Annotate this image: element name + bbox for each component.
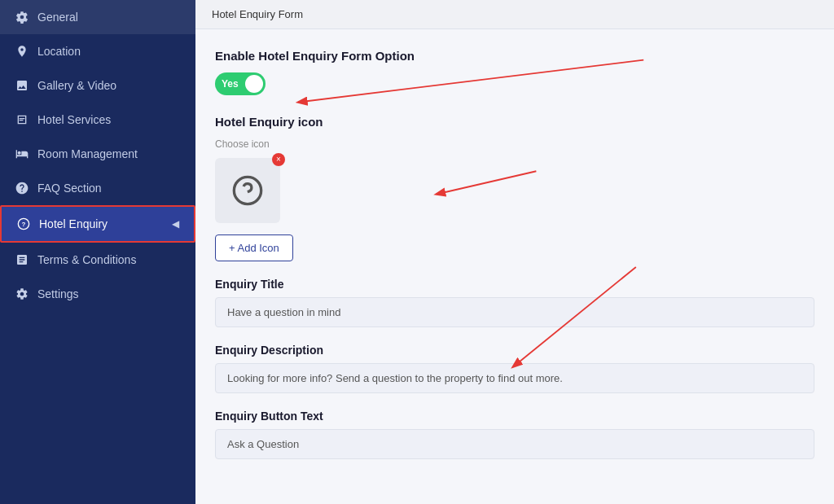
hotel-services-icon bbox=[15, 112, 29, 127]
active-indicator: ◀ bbox=[172, 218, 179, 230]
sidebar-item-label: Location bbox=[37, 45, 81, 58]
enquiry-icon: ? bbox=[16, 217, 31, 231]
enquiry-button-section: Enquiry Button Text bbox=[215, 410, 814, 459]
icon-preview bbox=[215, 158, 280, 223]
enquiry-description-label: Enquiry Description bbox=[215, 344, 814, 357]
toggle-knob bbox=[245, 75, 263, 93]
gallery-icon bbox=[15, 78, 29, 93]
form-body: Enable Hotel Enquiry Form Option Yes Hot… bbox=[195, 29, 834, 504]
page-header: Hotel Enquiry Form bbox=[195, 0, 834, 29]
settings-icon bbox=[15, 287, 29, 301]
faq-icon bbox=[15, 181, 29, 195]
sidebar-item-label: Hotel Services bbox=[37, 113, 111, 126]
room-icon bbox=[15, 147, 29, 161]
icon-close-button[interactable]: × bbox=[272, 153, 285, 166]
terms-icon bbox=[15, 252, 29, 267]
sidebar-item-general[interactable]: General bbox=[0, 0, 195, 34]
enquiry-description-input[interactable] bbox=[215, 363, 814, 393]
add-icon-button[interactable]: + Add Icon bbox=[215, 234, 293, 261]
sidebar-item-label: Gallery & Video bbox=[37, 79, 116, 92]
enable-section-label: Enable Hotel Enquiry Form Option bbox=[215, 49, 814, 63]
icon-box-wrapper: × bbox=[215, 158, 280, 223]
sidebar-item-hotel-services[interactable]: Hotel Services bbox=[0, 103, 195, 137]
location-icon bbox=[15, 44, 29, 59]
gear-icon bbox=[15, 10, 29, 24]
sidebar-item-terms[interactable]: Terms & Conditions bbox=[0, 243, 195, 277]
sidebar-item-location[interactable]: Location bbox=[0, 34, 195, 68]
sidebar-item-label: FAQ Section bbox=[37, 182, 102, 195]
sidebar-item-faq[interactable]: FAQ Section bbox=[0, 171, 195, 205]
sidebar-item-label: Settings bbox=[37, 287, 79, 300]
icon-section: Hotel Enquiry icon Choose icon × + Add I… bbox=[215, 115, 814, 261]
sidebar-item-label: Hotel Enquiry bbox=[39, 217, 108, 230]
enquiry-description-section: Enquiry Description bbox=[215, 344, 814, 393]
sidebar-item-settings[interactable]: Settings bbox=[0, 277, 195, 311]
question-mark-icon bbox=[231, 174, 264, 207]
main-content-area: Hotel Enquiry Form Enable Hotel Enquiry … bbox=[195, 0, 834, 504]
icon-sub-label: Choose icon bbox=[215, 138, 814, 150]
sidebar-item-label: Room Management bbox=[37, 147, 138, 160]
enquiry-title-section: Enquiry Title bbox=[215, 278, 814, 327]
sidebar-item-hotel-enquiry[interactable]: ? Hotel Enquiry ◀ bbox=[0, 205, 195, 243]
enable-toggle[interactable]: Yes bbox=[215, 72, 266, 95]
enquiry-button-input[interactable] bbox=[215, 429, 814, 459]
sidebar-item-label: Terms & Conditions bbox=[37, 253, 136, 266]
sidebar: General Location Gallery & Video Hotel S… bbox=[0, 0, 195, 504]
enquiry-title-input[interactable] bbox=[215, 297, 814, 327]
page-title: Hotel Enquiry Form bbox=[212, 8, 303, 20]
toggle-row: Yes bbox=[215, 72, 814, 95]
enable-section: Enable Hotel Enquiry Form Option Yes bbox=[215, 49, 814, 95]
enquiry-button-label: Enquiry Button Text bbox=[215, 410, 814, 423]
sidebar-item-gallery[interactable]: Gallery & Video bbox=[0, 68, 195, 103]
svg-text:?: ? bbox=[22, 221, 26, 228]
toggle-label: Yes bbox=[222, 78, 239, 90]
icon-section-label: Hotel Enquiry icon bbox=[215, 115, 814, 129]
sidebar-item-room-management[interactable]: Room Management bbox=[0, 137, 195, 171]
enquiry-title-label: Enquiry Title bbox=[215, 278, 814, 291]
sidebar-item-label: General bbox=[37, 11, 78, 24]
